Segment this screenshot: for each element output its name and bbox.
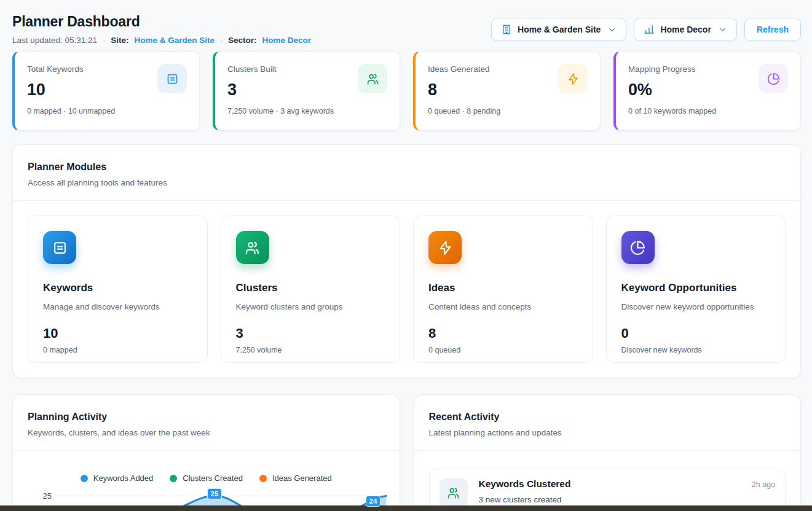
header-actions: Home & Garden Site Home Decor Refresh [491, 18, 801, 41]
sector-selector-button[interactable]: Home Decor [634, 18, 736, 41]
legend-item-ideas-generated[interactable]: Ideas Generated [259, 474, 332, 483]
bar-chart-icon [644, 24, 655, 35]
stats-row: Total Keywords 10 0 mapped · 10 unmapped… [12, 51, 801, 131]
page-title: Planner Dashboard [12, 14, 311, 30]
users-icon [358, 64, 387, 93]
module-value: 0 [621, 326, 771, 341]
modules-title: Planner Modules [28, 162, 786, 173]
sector-link[interactable]: Home Decor [262, 36, 311, 45]
planning-activity-title: Planning Activity [28, 412, 385, 423]
page-header: Planner Dashboard Last updated: 05:31:21… [12, 14, 801, 45]
bottom-dark-bar [0, 505, 812, 511]
document-icon [157, 64, 187, 93]
header-left: Planner Dashboard Last updated: 05:31:21… [12, 14, 311, 45]
chart-legend: Keywords Added Clusters Created Ideas Ge… [13, 474, 400, 483]
recent-activity-subtitle: Latest planning actions and updates [429, 428, 786, 437]
y-axis-tick: 25 [43, 491, 52, 501]
module-caption: Discover new keywords [621, 346, 771, 354]
divider [13, 450, 400, 451]
stat-card-mapping-progress: Mapping Progress 0% 0 of 10 keywords map… [613, 51, 801, 131]
module-value: 10 [43, 326, 192, 341]
data-label-badge: 24 [366, 496, 380, 507]
sector-label: Sector: [228, 36, 257, 45]
modules-panel-header: Planner Modules Access all planning tool… [13, 145, 800, 200]
module-title: Keyword Opportunities [621, 282, 771, 294]
legend-item-clusters-created[interactable]: Clusters Created [170, 474, 243, 483]
module-subtitle: Manage and discover keywords [43, 302, 192, 311]
recent-activity-header: Recent Activity Latest planning actions … [414, 395, 801, 450]
meta-dot: · [220, 36, 223, 45]
activity-title: Keywords Clustered [479, 478, 571, 490]
module-value: 3 [236, 326, 385, 341]
chevron-down-icon [718, 25, 727, 34]
module-subtitle: Content ideas and concepts [428, 302, 578, 311]
module-card-clusters[interactable]: Clusters Keyword clusters and groups 3 7… [221, 216, 401, 363]
building-icon [501, 24, 512, 35]
module-value: 8 [428, 326, 578, 341]
module-card-keyword-opportunities[interactable]: Keyword Opportunities Discover new keywo… [606, 216, 786, 363]
users-icon [236, 231, 269, 264]
users-icon [440, 478, 468, 507]
meta-row: Last updated: 05:31:21 · Site: Home & Ga… [12, 36, 311, 45]
zap-icon [428, 231, 462, 264]
planning-activity-header: Planning Activity Keywords, clusters, an… [13, 395, 400, 450]
module-card-ideas[interactable]: Ideas Content ideas and concepts 8 0 que… [413, 216, 593, 363]
legend-item-keywords-added[interactable]: Keywords Added [81, 474, 154, 483]
meta-dot: · [103, 36, 105, 45]
module-subtitle: Discover new keyword opportunities [621, 302, 771, 311]
planner-modules-panel: Planner Modules Access all planning tool… [12, 144, 801, 378]
last-updated-text: Last updated: 05:31:21 [12, 36, 97, 45]
module-card-keywords[interactable]: Keywords Manage and discover keywords 10… [28, 216, 208, 363]
module-caption: 0 mapped [43, 346, 192, 354]
recent-activity-title: Recent Activity [429, 412, 786, 423]
legend-dot-orange [259, 475, 267, 482]
activity-subtitle: 3 new clusters created [479, 495, 776, 504]
legend-dot-green [170, 475, 177, 482]
pie-chart-icon [621, 231, 655, 264]
activity-body: Keywords Clustered 2h ago 3 new clusters… [479, 478, 776, 504]
module-caption: 7,250 volume [236, 346, 385, 354]
document-icon [43, 231, 76, 264]
recent-activity-panel: Recent Activity Latest planning actions … [414, 394, 802, 511]
stat-caption: 0 of 10 keywords mapped [628, 107, 788, 115]
planning-activity-subtitle: Keywords, clusters, and ideas over the p… [28, 428, 385, 437]
chevron-down-icon [607, 25, 617, 34]
divider [414, 450, 801, 451]
module-subtitle: Keyword clusters and groups [236, 302, 385, 311]
planner-dashboard-screen: Planner Dashboard Last updated: 05:31:21… [0, 0, 812, 511]
module-title: Clusters [236, 282, 385, 294]
stat-caption: 7,250 volume · 3 avg keywords [227, 107, 387, 115]
site-selector-button[interactable]: Home & Garden Site [491, 18, 626, 41]
modules-subtitle: Access all planning tools and features [28, 178, 786, 187]
stat-caption: 0 queued · 8 pending [428, 107, 588, 115]
sector-selector-label: Home Decor [660, 25, 711, 34]
stat-card-ideas-generated: Ideas Generated 8 0 queued · 8 pending [413, 51, 601, 131]
legend-label: Ideas Generated [272, 474, 332, 483]
module-caption: 0 queued [428, 346, 578, 354]
bottom-row: Planning Activity Keywords, clusters, an… [12, 394, 801, 511]
stat-caption: 0 mapped · 10 unmapped [27, 107, 187, 115]
stat-card-total-keywords: Total Keywords 10 0 mapped · 10 unmapped [12, 51, 200, 131]
activity-item-keywords-clustered: Keywords Clustered 2h ago 3 new clusters… [429, 469, 786, 511]
site-label: Site: [111, 36, 128, 45]
modules-grid: Keywords Manage and discover keywords 10… [13, 201, 800, 378]
legend-label: Keywords Added [93, 474, 154, 483]
legend-dot-blue [81, 475, 88, 482]
refresh-button[interactable]: Refresh [744, 18, 801, 41]
planning-activity-panel: Planning Activity Keywords, clusters, an… [12, 394, 400, 511]
site-link[interactable]: Home & Garden Site [134, 36, 215, 45]
legend-label: Clusters Created [183, 474, 243, 483]
stat-card-clusters-built: Clusters Built 3 7,250 volume · 3 avg ke… [213, 51, 400, 131]
pie-chart-icon [759, 64, 788, 93]
zap-icon [558, 64, 588, 93]
activity-top-row: Keywords Clustered 2h ago [479, 478, 776, 490]
site-selector-label: Home & Garden Site [518, 25, 601, 34]
data-label-badge: 25 [207, 488, 222, 499]
module-title: Ideas [428, 282, 578, 294]
module-title: Keywords [43, 282, 192, 294]
activity-time: 2h ago [752, 480, 775, 489]
